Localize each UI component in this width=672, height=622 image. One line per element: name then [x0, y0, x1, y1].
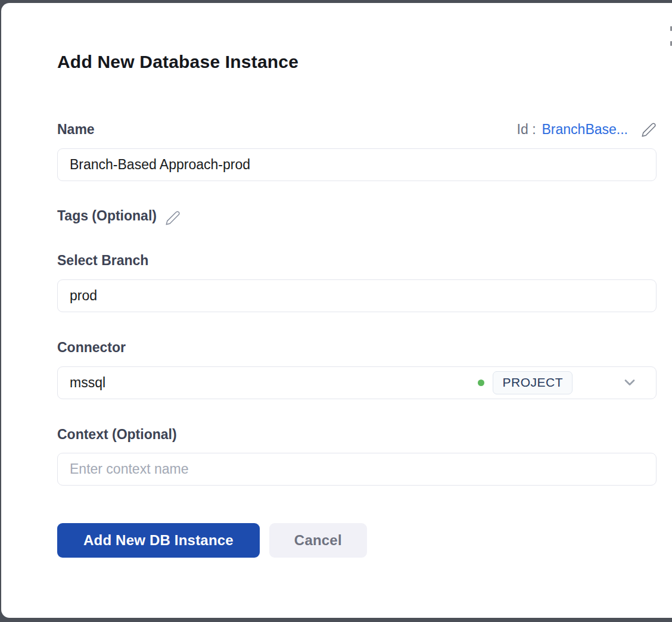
context-label: Context (Optional)	[57, 427, 177, 442]
connector-section: Connector mssql PROJECT	[57, 339, 657, 399]
tags-label: Tags (Optional)	[57, 207, 157, 225]
connector-select[interactable]: mssql PROJECT	[57, 366, 657, 399]
connector-label: Connector	[57, 340, 126, 355]
id-prefix-label: Id :	[517, 122, 536, 138]
name-label: Name	[57, 121, 95, 139]
name-label-row: Name Id : BranchBase...	[57, 121, 657, 139]
add-db-instance-modal: Add New Database Instance Name Id : Bran…	[1, 3, 672, 618]
connector-value: mssql	[70, 375, 478, 391]
tags-label-row: Tags (Optional)	[57, 207, 657, 225]
edit-tags-icon[interactable]	[165, 210, 181, 226]
cancel-button[interactable]: Cancel	[269, 523, 367, 558]
add-db-instance-button[interactable]: Add New DB Instance	[57, 523, 260, 558]
branch-label: Select Branch	[57, 253, 148, 268]
status-dot-icon	[478, 380, 484, 386]
instance-id-link[interactable]: BranchBase...	[542, 122, 628, 138]
modal-actions: Add New DB Instance Cancel	[57, 523, 657, 558]
context-section: Context (Optional)	[57, 426, 657, 486]
project-scope-badge: PROJECT	[493, 371, 573, 394]
chevron-down-icon[interactable]	[621, 374, 638, 391]
branch-input[interactable]	[57, 279, 657, 312]
instance-id-group: Id : BranchBase...	[517, 122, 657, 138]
modal-title: Add New Database Instance	[57, 51, 657, 73]
edit-id-icon[interactable]	[641, 122, 657, 138]
name-input[interactable]	[57, 148, 657, 181]
branch-section: Select Branch	[57, 252, 657, 312]
context-input[interactable]	[57, 453, 657, 486]
